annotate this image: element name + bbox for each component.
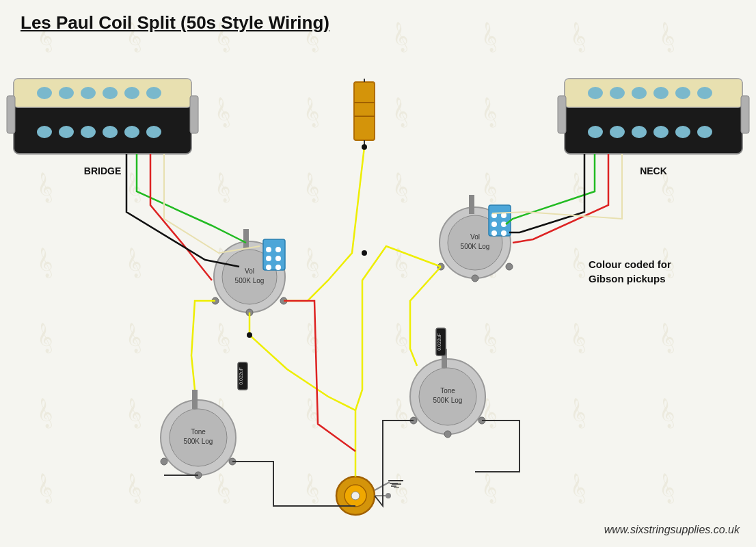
svg-point-65: [491, 222, 497, 227]
svg-point-19: [588, 87, 603, 99]
svg-point-22: [653, 87, 669, 99]
colour-coded-label: Colour coded forGibson pickups: [589, 257, 671, 286]
svg-point-51: [266, 265, 271, 270]
svg-rect-48: [263, 239, 285, 270]
svg-text:0.022uF: 0.022uF: [437, 333, 442, 351]
svg-text:500K Log: 500K Log: [235, 277, 265, 284]
svg-point-88: [351, 492, 360, 500]
svg-point-53: [275, 256, 281, 261]
svg-point-66: [491, 230, 497, 236]
svg-point-68: [501, 222, 507, 227]
svg-point-49: [266, 247, 271, 252]
page-title: Les Paul Coil Split (50s Style Wiring): [21, 12, 329, 34]
svg-rect-34: [354, 82, 375, 140]
svg-rect-32: [741, 96, 749, 133]
svg-text:0.022uF: 0.022uF: [239, 367, 243, 385]
svg-rect-15: [190, 96, 198, 133]
svg-point-6: [124, 87, 139, 99]
svg-rect-63: [489, 205, 511, 236]
svg-point-59: [472, 275, 478, 282]
svg-point-52: [275, 247, 281, 252]
svg-text:500K Log: 500K Log: [461, 243, 490, 250]
svg-text:BRIDGE: BRIDGE: [84, 165, 121, 176]
svg-point-25: [588, 126, 603, 138]
svg-point-27: [632, 126, 647, 138]
svg-point-9: [59, 126, 74, 138]
svg-point-4: [81, 87, 96, 99]
svg-point-50: [266, 256, 271, 261]
svg-point-29: [675, 126, 690, 138]
svg-text:Vol: Vol: [245, 267, 254, 275]
svg-rect-31: [558, 96, 566, 133]
svg-point-60: [506, 263, 513, 270]
svg-point-24: [697, 87, 712, 99]
svg-point-90: [386, 493, 391, 498]
svg-point-3: [59, 87, 74, 99]
svg-point-21: [632, 87, 647, 99]
svg-point-101: [247, 332, 252, 338]
svg-point-26: [610, 126, 625, 138]
svg-text:Tone: Tone: [440, 387, 455, 395]
svg-point-54: [275, 265, 281, 270]
svg-rect-57: [469, 195, 474, 214]
svg-point-82: [444, 431, 451, 438]
svg-point-100: [362, 250, 367, 256]
svg-rect-72: [192, 390, 198, 409]
svg-point-7: [146, 87, 161, 99]
svg-point-2: [37, 87, 52, 99]
svg-point-13: [146, 126, 161, 138]
svg-rect-14: [7, 96, 15, 133]
svg-text:500K Log: 500K Log: [433, 397, 463, 404]
svg-point-11: [103, 126, 118, 138]
svg-text:Vol: Vol: [470, 233, 480, 241]
wiring-diagram: BRIDGE NECK Vol 500K Log: [0, 41, 756, 533]
svg-point-12: [124, 126, 139, 138]
svg-point-8: [37, 126, 52, 138]
svg-text:500K Log: 500K Log: [184, 438, 213, 445]
svg-rect-42: [243, 229, 249, 248]
svg-point-28: [653, 126, 669, 138]
svg-point-5: [103, 87, 118, 99]
svg-point-69: [501, 230, 507, 236]
svg-point-30: [697, 126, 712, 138]
svg-point-23: [675, 87, 690, 99]
svg-point-73: [161, 458, 167, 465]
svg-text:Tone: Tone: [191, 428, 206, 436]
svg-point-99: [362, 144, 367, 150]
svg-text:NECK: NECK: [640, 165, 667, 176]
svg-point-10: [81, 126, 96, 138]
website-url: www.sixstringsupplies.co.uk: [604, 524, 740, 536]
svg-point-20: [610, 87, 625, 99]
